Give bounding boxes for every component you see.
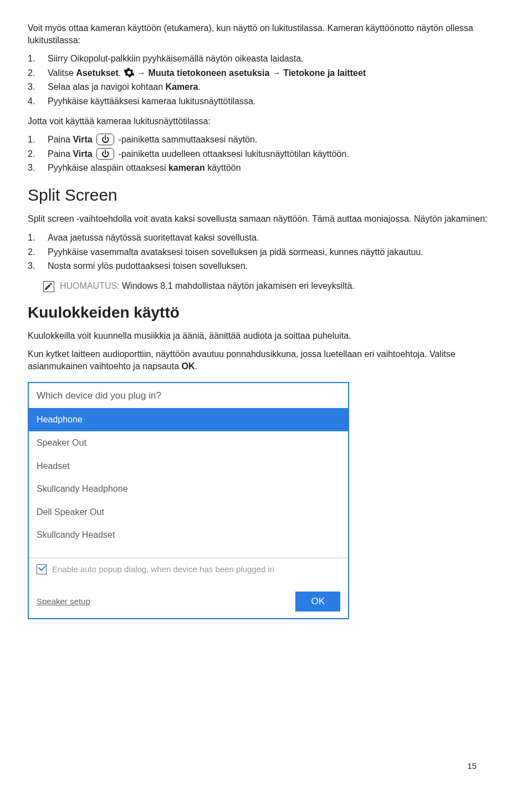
list-number: 2. xyxy=(28,246,38,258)
auto-popup-row: Enable auto popup dialog, when device ha… xyxy=(37,564,340,575)
list-number: 3. xyxy=(28,260,38,272)
list-number: 3. xyxy=(28,162,38,174)
text-part: -painiketta sammuttaaksesi näytön. xyxy=(119,135,258,144)
bold-text: Asetukset xyxy=(76,68,118,78)
list-text: Selaa alas ja navigoi kohtaan Kamera. xyxy=(48,81,201,93)
list-text: Pyyhkäise vasemmalta avataksesi toisen s… xyxy=(48,246,423,258)
list-split-screen: 1. Avaa jaetussa näytössä suoritettavat … xyxy=(28,232,504,272)
list-text: Valitse Asetukset. → Muuta tietokoneen a… xyxy=(48,67,366,79)
list-number: 1. xyxy=(28,232,38,244)
text-part: Selaa alas ja navigoi kohtaan xyxy=(48,82,166,91)
list-text: Pyyhkäise alaspäin ottaaksesi kameran kä… xyxy=(48,162,241,174)
ok-button[interactable]: OK xyxy=(295,592,340,611)
text-part: käyttöön xyxy=(205,163,241,172)
device-option-headset[interactable]: Headset xyxy=(29,455,348,478)
list-text: Pyyhkäise käyttääksesi kameraa lukitusnä… xyxy=(48,95,255,108)
text-part: Kun kytket laitteen audioporttiin, näytt… xyxy=(28,349,456,371)
bold-text: OK xyxy=(182,361,195,371)
dialog-actions: Speaker setup OK xyxy=(37,592,340,611)
text-part: . xyxy=(195,361,197,371)
text-part: -painiketta uudelleen ottaaksesi lukitus… xyxy=(119,149,349,159)
bold-text: Kamera xyxy=(166,82,198,91)
paragraph-intro-camera: Voit myös ottaa kameran käyttöön (etukam… xyxy=(28,22,504,46)
list-text: Avaa jaetussa näytössä suoritettavat kak… xyxy=(48,232,259,244)
paragraph-headphones-1: Kuulokkeilla voit kuunnella musiikkia ja… xyxy=(28,330,504,342)
list-item: 1. Siirry Oikopolut-palkkiin pyyhkäisemä… xyxy=(28,53,504,65)
list-text: Nosta sormi ylös pudottaaksesi toisen so… xyxy=(48,260,248,272)
auto-popup-checkbox[interactable] xyxy=(37,564,47,574)
list-item: 2. Paina Virta ⏻ -painiketta uudelleen o… xyxy=(28,148,504,160)
page-number: 15 xyxy=(467,761,477,772)
device-option-skullcandy-headset[interactable]: Skullcandy Headset xyxy=(29,523,348,547)
speaker-setup-link[interactable]: Speaker setup xyxy=(37,596,90,607)
list-text: Paina Virta ⏻ -painiketta sammuttaaksesi… xyxy=(48,134,257,146)
paragraph-intro-lockscreen: Jotta voit käyttää kameraa lukitusnäyttö… xyxy=(28,115,504,128)
list-item: 3. Pyyhkäise alaspäin ottaaksesi kameran… xyxy=(28,162,504,174)
bold-text: → Muuta tietokoneen asetuksia → Tietokon… xyxy=(137,68,366,78)
device-option-headphone[interactable]: Headphone xyxy=(29,408,348,431)
list-item: 1. Avaa jaetussa näytössä suoritettavat … xyxy=(28,232,504,244)
power-icon: ⏻ xyxy=(96,148,114,160)
heading-headphones: Kuulokkeiden käyttö xyxy=(28,302,504,323)
note-icon xyxy=(43,281,54,292)
list-camera-enable: 1. Siirry Oikopolut-palkkiin pyyhkäisemä… xyxy=(28,53,504,107)
list-number: 3. xyxy=(28,81,38,93)
bold-text: kameran xyxy=(168,163,205,172)
text-part: Pyyhkäise alaspäin ottaaksesi xyxy=(48,163,168,172)
power-icon: ⏻ xyxy=(96,134,114,145)
list-number: 1. xyxy=(28,134,38,146)
text-part: Paina xyxy=(48,149,73,159)
auto-popup-label: Enable auto popup dialog, when device ha… xyxy=(52,564,274,575)
bold-text: Virta xyxy=(73,149,92,159)
list-item: 3. Nosta sormi ylös pudottaaksesi toisen… xyxy=(28,260,504,272)
device-option-speaker-out[interactable]: Speaker Out xyxy=(29,431,348,455)
text-part: Paina xyxy=(48,135,73,144)
list-item: 2. Pyyhkäise vasemmalta avataksesi toise… xyxy=(28,246,504,258)
list-text: Siirry Oikopolut-palkkiin pyyhkäisemällä… xyxy=(48,53,304,65)
list-number: 2. xyxy=(28,148,38,160)
dialog-title: Which device did you plug in? xyxy=(29,383,348,408)
paragraph-split-intro: Split screen -vaihtoehdolla voit avata k… xyxy=(28,213,504,225)
note-body: Windows 8.1 mahdollistaa näytön jakamise… xyxy=(120,281,355,290)
list-text: Paina Virta ⏻ -painiketta uudelleen otta… xyxy=(48,148,349,160)
list-item: 4. Pyyhkäise käyttääksesi kameraa lukitu… xyxy=(28,95,504,108)
device-list: Headphone Speaker Out Headset Skullcandy… xyxy=(29,408,348,547)
dialog-bottom: Enable auto popup dialog, when device ha… xyxy=(29,558,348,618)
note-label: HUOMAUTUS: xyxy=(60,281,120,290)
device-option-dell-speaker-out[interactable]: Dell Speaker Out xyxy=(29,501,348,524)
list-item: 2. Valitse Asetukset. → Muuta tietokonee… xyxy=(28,67,504,79)
note-text: HUOMAUTUS: Windows 8.1 mahdollistaa näyt… xyxy=(60,280,355,292)
heading-split-screen: Split Screen xyxy=(28,184,504,207)
list-item: 1. Paina Virta ⏻ -painiketta sammuttaaks… xyxy=(28,134,504,146)
audio-device-dialog: Which device did you plug in? Headphone … xyxy=(28,382,349,619)
list-item: 3. Selaa alas ja navigoi kohtaan Kamera. xyxy=(28,81,504,93)
list-lockscreen-camera: 1. Paina Virta ⏻ -painiketta sammuttaaks… xyxy=(28,134,504,174)
text-part: . xyxy=(198,82,200,91)
bold-text: Virta xyxy=(73,135,92,144)
paragraph-headphones-2: Kun kytket laitteen audioporttiin, näytt… xyxy=(28,348,504,372)
text-part: Valitse xyxy=(48,68,76,78)
list-number: 2. xyxy=(28,67,38,79)
note-row: HUOMAUTUS: Windows 8.1 mahdollistaa näyt… xyxy=(43,280,504,292)
list-number: 1. xyxy=(28,53,38,65)
gear-icon xyxy=(124,68,137,78)
list-number: 4. xyxy=(28,95,38,108)
text-part: . xyxy=(119,68,124,78)
device-option-skullcandy-headphone[interactable]: Skullcandy Headphone xyxy=(29,477,348,501)
